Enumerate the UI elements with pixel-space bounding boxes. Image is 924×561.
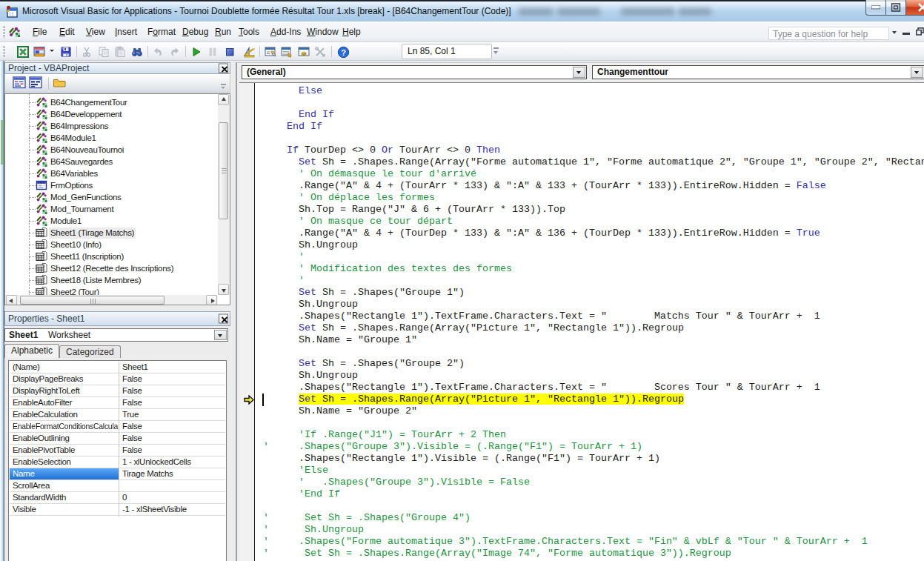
property-name[interactable]: EnableSelection — [10, 457, 119, 468]
tree-item-label[interactable]: B64Module1 — [49, 133, 98, 144]
property-name[interactable]: ScrollArea — [10, 480, 119, 491]
redo-button[interactable] — [167, 44, 182, 59]
minimize-button[interactable] — [865, 0, 886, 16]
object-browser-button[interactable] — [296, 44, 311, 59]
tree-item-label[interactable]: Sheet10 (Info) — [49, 239, 103, 250]
break-button[interactable] — [205, 44, 220, 59]
property-value[interactable]: False — [119, 385, 225, 396]
property-name[interactable]: DisplayPageBreaks — [10, 374, 119, 385]
tree-item-label[interactable]: Sheet1 (Tirage Matchs) — [49, 228, 136, 239]
find-button[interactable] — [130, 44, 144, 59]
menu-run[interactable]: Run — [210, 24, 236, 39]
property-value[interactable] — [119, 480, 225, 491]
help-button[interactable]: ? — [336, 44, 350, 59]
property-value[interactable]: False — [119, 433, 225, 444]
property-value[interactable]: False — [119, 421, 225, 432]
tree-item[interactable]: B64Impressions — [5, 120, 227, 132]
property-row[interactable]: EnableFormatConditionsCalculaFalse — [10, 421, 225, 433]
code-editor[interactable]: Else End If End If If TourDep <> 0 Or To… — [239, 82, 924, 561]
vscroll-thumb[interactable] — [219, 122, 228, 219]
property-value[interactable]: False — [119, 374, 225, 385]
property-row[interactable]: EnableCalculationTrue — [10, 409, 225, 421]
property-value[interactable]: False — [119, 445, 225, 456]
tree-item-label[interactable]: Mod_GenFunctions — [49, 192, 123, 203]
tree-item-label[interactable]: B64Sauvegardes — [49, 156, 114, 167]
grid-column-divider[interactable] — [119, 362, 119, 517]
property-value[interactable]: -1 - xlSheetVisible — [119, 504, 225, 515]
property-value[interactable]: False — [119, 397, 225, 408]
properties-close-button[interactable] — [219, 314, 228, 324]
property-row[interactable]: ScrollArea — [10, 480, 225, 492]
menu-insert[interactable]: Insert — [110, 24, 142, 39]
property-row[interactable]: Visible-1 - xlSheetVisible — [10, 504, 225, 516]
property-name[interactable]: Visible — [10, 504, 119, 515]
properties-window-button[interactable] — [279, 44, 294, 59]
property-row[interactable]: NameTirage Matchs — [10, 468, 225, 480]
object-dropdown[interactable]: (General) — [242, 65, 587, 79]
toggle-folders-button[interactable] — [53, 76, 67, 91]
menu-help[interactable]: Help — [337, 24, 366, 39]
property-value[interactable]: 0 — [119, 492, 225, 503]
object-dropdown-icon[interactable] — [573, 67, 585, 78]
scroll-up-button[interactable] — [218, 94, 229, 105]
tree-item-label[interactable]: B64Impressions — [49, 121, 110, 132]
scroll-down-button[interactable] — [218, 284, 229, 295]
tree-item-label[interactable]: B64Variables — [49, 168, 99, 179]
project-tree-hscrollbar[interactable] — [5, 295, 218, 305]
project-toolbar-overflow-icon[interactable] — [221, 84, 227, 91]
property-name[interactable]: Name — [10, 468, 119, 479]
menu-addins[interactable]: Add-Ins — [265, 24, 306, 39]
design-mode-button[interactable] — [242, 44, 256, 59]
tree-item[interactable]: B64Module1 — [5, 132, 227, 144]
restore-button[interactable] — [886, 0, 906, 16]
object-combo-dropdown-icon[interactable] — [214, 330, 227, 340]
tab-alphabetic[interactable]: Alphabetic — [4, 344, 59, 358]
menu-view[interactable]: View — [81, 24, 110, 39]
property-name[interactable]: EnableOutlining — [10, 433, 119, 444]
tree-item[interactable]: Sheet11 (Inscription) — [5, 250, 227, 262]
view-microsoft-excel-button[interactable] — [16, 44, 30, 59]
property-name[interactable]: (Name) — [10, 362, 119, 373]
close-button[interactable] — [906, 0, 924, 16]
tree-item-label[interactable]: Sheet11 (Inscription) — [49, 251, 125, 262]
object-combo[interactable]: Sheet1 Worksheet — [4, 328, 228, 342]
toolbar-grip[interactable] — [3, 46, 5, 58]
property-row[interactable]: StandardWidth0 — [10, 492, 225, 504]
menu-file[interactable]: File — [27, 24, 52, 39]
property-name[interactable]: EnableFormatConditionsCalcula — [10, 421, 119, 432]
question-box-dropdown-icon[interactable] — [892, 31, 897, 36]
tree-item[interactable]: Sheet18 (Liste Membres) — [5, 274, 227, 286]
tree-item[interactable]: B64Developpement — [5, 108, 227, 120]
property-row[interactable]: DisplayPageBreaksFalse — [10, 374, 225, 385]
property-row[interactable]: EnableSelection1 - xlUnlockedCells — [10, 457, 225, 468]
project-close-button[interactable] — [219, 64, 228, 73]
property-row[interactable]: EnablePivotTableFalse — [10, 445, 225, 457]
property-name[interactable]: EnablePivotTable — [10, 445, 119, 456]
copy-button[interactable] — [96, 44, 111, 59]
tree-item[interactable]: Mod_GenFunctions — [5, 191, 227, 203]
project-tree-vscrollbar[interactable] — [218, 94, 230, 295]
procedure-dropdown[interactable]: Changementtour — [592, 65, 924, 79]
mdi-minimize-icon[interactable] — [903, 33, 910, 35]
property-name[interactable]: DisplayRightToLeft — [10, 385, 119, 396]
project-explorer-button[interactable] — [263, 44, 278, 59]
tree-item[interactable]: B64Variables — [5, 167, 227, 179]
property-name[interactable]: EnableCalculation — [10, 409, 119, 420]
menu-debug[interactable]: Debug — [177, 24, 213, 39]
procedure-dropdown-icon[interactable] — [911, 67, 923, 78]
paste-button[interactable] — [113, 44, 127, 59]
run-button[interactable] — [189, 44, 204, 59]
menu-tools[interactable]: Tools — [233, 24, 265, 39]
property-row[interactable]: DisplayRightToLeftFalse — [10, 385, 225, 397]
scroll-right-button[interactable] — [206, 295, 217, 305]
menubar-grip[interactable] — [3, 26, 5, 39]
tree-item[interactable]: FrmOptions — [5, 179, 227, 191]
menu-edit[interactable]: Edit — [54, 24, 80, 39]
tree-item[interactable]: Mod_Tournament — [5, 203, 227, 215]
property-name[interactable]: StandardWidth — [10, 492, 119, 503]
property-value[interactable]: Sheet1 — [119, 362, 225, 373]
property-row[interactable]: EnableOutliningFalse — [10, 433, 225, 445]
tree-item[interactable]: Sheet10 (Info) — [5, 239, 227, 250]
property-row[interactable]: (Name)Sheet1 — [10, 362, 225, 374]
question-help-input[interactable]: Type a question for help — [768, 27, 889, 40]
